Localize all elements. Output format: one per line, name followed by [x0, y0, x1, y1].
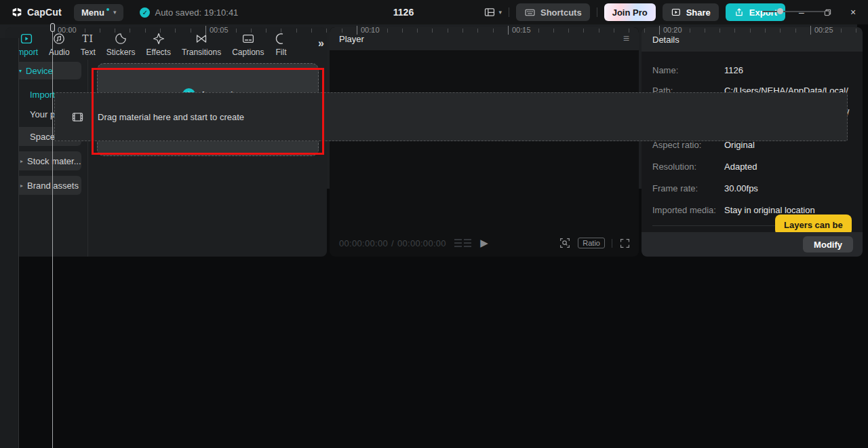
timecode: 00:00:00:00 / 00:00:00:00: [339, 238, 446, 248]
restore-window-button[interactable]: [818, 8, 837, 17]
detail-row-name: Name: 1126: [642, 65, 863, 76]
check-icon: ✓: [140, 7, 150, 18]
chevron-down-icon: ▾: [498, 9, 502, 16]
triangle-right-icon: ▸: [20, 183, 23, 189]
detail-row-resolution: Resolution: Adapted: [642, 162, 863, 172]
player-panel: Player ≡ 00:00:00:00 / 00:00:00:00 ▶ Rat…: [330, 27, 639, 257]
layout-switch-button[interactable]: ▾: [484, 6, 502, 18]
capcut-logo-text: CapCut: [27, 7, 62, 18]
more-tabs-chevron-icon[interactable]: »: [318, 37, 324, 50]
details-footer-bar: Modify: [642, 232, 863, 257]
join-pro-button[interactable]: Join Pro: [604, 3, 656, 21]
export-icon: [734, 7, 745, 18]
fullscreen-icon[interactable]: [619, 238, 631, 249]
shortcuts-button[interactable]: Shortcuts: [516, 3, 590, 21]
autosave-status: ✓ Auto saved: 19:10:41: [140, 7, 238, 18]
autosave-text: Auto saved: 19:10:41: [155, 7, 238, 18]
menu-button[interactable]: Menu ▾: [74, 4, 123, 21]
detail-row-aspect-ratio: Aspect ratio: Original: [642, 140, 863, 151]
play-button[interactable]: ▶: [480, 237, 488, 249]
ratio-button[interactable]: Ratio: [578, 238, 605, 248]
details-panel: Details Name: 1126 Path: C:/Users/NEHA/A…: [642, 27, 863, 257]
slider-handle[interactable]: [777, 8, 783, 14]
divider: [612, 239, 612, 248]
share-button[interactable]: Share: [663, 3, 719, 21]
close-button[interactable]: ×: [844, 7, 863, 18]
capcut-logo-icon: [11, 6, 23, 18]
triangle-right-icon: ▸: [20, 158, 23, 164]
track-header-gutter: [0, 38, 19, 189]
player-controls: 00:00:00:00 / 00:00:00:00 ▶ Ratio: [330, 229, 639, 257]
playhead-line: [52, 32, 53, 189]
playhead[interactable]: [50, 23, 56, 189]
export-button[interactable]: Export: [726, 3, 785, 21]
playhead-handle[interactable]: [50, 23, 55, 32]
sidebar-item-device[interactable]: ▾ Device: [11, 62, 81, 79]
dropzone-text: Drag material here and start to create: [98, 112, 244, 122]
film-icon: [71, 111, 84, 124]
divider: [597, 7, 597, 17]
capcut-logo: CapCut: [11, 6, 62, 18]
topbar: CapCut Menu ▾ ✓ Auto saved: 19:10:41 112…: [0, 0, 868, 24]
keyboard-icon: [524, 7, 536, 18]
detail-row-frame-rate: Frame rate: 30.00fps: [642, 183, 863, 194]
sidebar-item-brand-assets[interactable]: ▸ Brand assets: [11, 176, 81, 195]
project-title: 1126: [353, 7, 454, 18]
divider: [509, 7, 509, 17]
timeline-ruler[interactable]: 00:00 00:05 00:10 00:15 00:20 00:25: [0, 23, 857, 38]
ruler-ticks: [54, 29, 857, 33]
chevron-down-icon: ▾: [113, 9, 117, 16]
frame-view-icon: [454, 239, 471, 248]
minimize-button[interactable]: –: [792, 7, 811, 18]
timeline-zoom-slider[interactable]: [762, 11, 825, 12]
timeline-dropzone[interactable]: Drag material here and start to create: [54, 92, 848, 141]
sidebar-item-stock-materials[interactable]: ▸ Stock mater...: [11, 151, 81, 170]
share-icon: [671, 7, 682, 18]
menu-notification-dot: [106, 8, 109, 11]
triangle-down-icon: ▾: [19, 68, 22, 74]
modify-button[interactable]: Modify: [803, 236, 853, 253]
focus-zoom-icon[interactable]: [559, 237, 571, 249]
